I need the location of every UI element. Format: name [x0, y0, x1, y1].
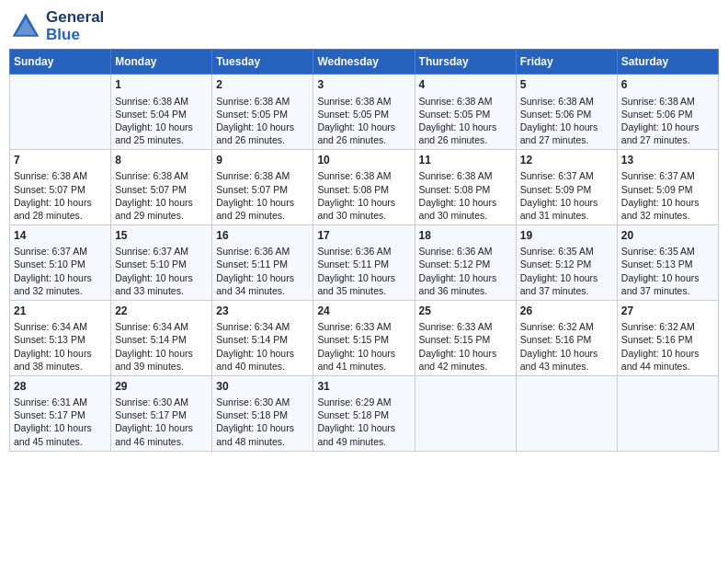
day-number: 28	[14, 379, 107, 394]
day-number: 6	[621, 77, 714, 92]
calendar-cell: 28Sunrise: 6:31 AM Sunset: 5:17 PM Dayli…	[10, 375, 111, 451]
day-info: Sunrise: 6:33 AM Sunset: 5:15 PM Dayligh…	[419, 320, 512, 373]
day-number: 11	[419, 153, 512, 167]
day-info: Sunrise: 6:34 AM Sunset: 5:14 PM Dayligh…	[115, 320, 208, 373]
day-number: 25	[419, 304, 512, 318]
day-number: 9	[216, 153, 309, 167]
calendar-cell: 2Sunrise: 6:38 AM Sunset: 5:05 PM Daylig…	[212, 75, 313, 150]
calendar-cell: 6Sunrise: 6:38 AM Sunset: 5:06 PM Daylig…	[617, 75, 718, 150]
day-number: 10	[317, 153, 410, 167]
logo-text: General Blue	[46, 9, 104, 43]
week-row-4: 21Sunrise: 6:34 AM Sunset: 5:13 PM Dayli…	[10, 301, 719, 376]
calendar-cell: 12Sunrise: 6:37 AM Sunset: 5:09 PM Dayli…	[516, 150, 617, 225]
day-info: Sunrise: 6:35 AM Sunset: 5:12 PM Dayligh…	[520, 245, 613, 297]
day-info: Sunrise: 6:31 AM Sunset: 5:17 PM Dayligh…	[14, 396, 107, 448]
day-number: 27	[621, 304, 714, 318]
calendar-cell: 16Sunrise: 6:36 AM Sunset: 5:11 PM Dayli…	[212, 225, 313, 301]
logo-icon	[9, 10, 42, 43]
day-info: Sunrise: 6:33 AM Sunset: 5:15 PM Dayligh…	[317, 320, 410, 373]
day-info: Sunrise: 6:36 AM Sunset: 5:12 PM Dayligh…	[419, 245, 512, 297]
day-number: 31	[317, 379, 410, 394]
calendar-cell: 3Sunrise: 6:38 AM Sunset: 5:05 PM Daylig…	[313, 75, 415, 150]
calendar-cell: 22Sunrise: 6:34 AM Sunset: 5:14 PM Dayli…	[111, 301, 212, 376]
day-number: 7	[14, 153, 107, 167]
calendar-cell: 27Sunrise: 6:32 AM Sunset: 5:16 PM Dayli…	[617, 301, 718, 376]
header-tuesday: Tuesday	[212, 50, 313, 75]
calendar-cell: 4Sunrise: 6:38 AM Sunset: 5:05 PM Daylig…	[415, 75, 516, 150]
day-info: Sunrise: 6:36 AM Sunset: 5:11 PM Dayligh…	[317, 245, 410, 297]
day-info: Sunrise: 6:38 AM Sunset: 5:08 PM Dayligh…	[419, 169, 512, 222]
calendar-cell: 14Sunrise: 6:37 AM Sunset: 5:10 PM Dayli…	[10, 225, 111, 301]
calendar-cell: 1Sunrise: 6:38 AM Sunset: 5:04 PM Daylig…	[111, 75, 212, 150]
day-number: 1	[115, 77, 208, 92]
day-info: Sunrise: 6:38 AM Sunset: 5:05 PM Dayligh…	[216, 95, 309, 147]
calendar-cell: 9Sunrise: 6:38 AM Sunset: 5:07 PM Daylig…	[212, 150, 313, 225]
day-number: 3	[317, 77, 410, 92]
calendar-cell	[415, 375, 516, 451]
day-info: Sunrise: 6:38 AM Sunset: 5:08 PM Dayligh…	[317, 169, 410, 222]
day-number: 21	[14, 304, 107, 318]
calendar-cell: 15Sunrise: 6:37 AM Sunset: 5:10 PM Dayli…	[111, 225, 212, 301]
day-info: Sunrise: 6:38 AM Sunset: 5:04 PM Dayligh…	[115, 95, 208, 147]
calendar-header-row: SundayMondayTuesdayWednesdayThursdayFrid…	[10, 50, 719, 75]
day-number: 14	[14, 228, 107, 243]
calendar-cell: 7Sunrise: 6:38 AM Sunset: 5:07 PM Daylig…	[10, 150, 111, 225]
day-number: 4	[419, 77, 512, 92]
calendar-cell: 25Sunrise: 6:33 AM Sunset: 5:15 PM Dayli…	[415, 301, 516, 376]
day-number: 18	[419, 228, 512, 243]
header-saturday: Saturday	[617, 50, 718, 75]
day-info: Sunrise: 6:30 AM Sunset: 5:18 PM Dayligh…	[216, 396, 309, 448]
calendar-cell: 26Sunrise: 6:32 AM Sunset: 5:16 PM Dayli…	[516, 301, 617, 376]
day-number: 15	[115, 228, 208, 243]
day-number: 13	[621, 153, 714, 167]
calendar-cell: 5Sunrise: 6:38 AM Sunset: 5:06 PM Daylig…	[516, 75, 617, 150]
day-info: Sunrise: 6:37 AM Sunset: 5:09 PM Dayligh…	[520, 169, 613, 222]
page-header: General Blue	[9, 9, 719, 43]
day-info: Sunrise: 6:38 AM Sunset: 5:07 PM Dayligh…	[14, 169, 107, 222]
day-info: Sunrise: 6:34 AM Sunset: 5:13 PM Dayligh…	[14, 320, 107, 373]
day-number: 17	[317, 228, 410, 243]
calendar-cell	[10, 75, 111, 150]
day-number: 8	[115, 153, 208, 167]
calendar-cell: 19Sunrise: 6:35 AM Sunset: 5:12 PM Dayli…	[516, 225, 617, 301]
calendar-cell: 18Sunrise: 6:36 AM Sunset: 5:12 PM Dayli…	[415, 225, 516, 301]
calendar-cell: 23Sunrise: 6:34 AM Sunset: 5:14 PM Dayli…	[212, 301, 313, 376]
day-info: Sunrise: 6:37 AM Sunset: 5:10 PM Dayligh…	[14, 245, 107, 297]
day-number: 2	[216, 77, 309, 92]
day-info: Sunrise: 6:38 AM Sunset: 5:07 PM Dayligh…	[115, 169, 208, 222]
day-number: 24	[317, 304, 410, 318]
day-info: Sunrise: 6:38 AM Sunset: 5:06 PM Dayligh…	[520, 95, 613, 147]
calendar-cell: 17Sunrise: 6:36 AM Sunset: 5:11 PM Dayli…	[313, 225, 415, 301]
day-number: 12	[520, 153, 613, 167]
week-row-2: 7Sunrise: 6:38 AM Sunset: 5:07 PM Daylig…	[10, 150, 719, 225]
day-info: Sunrise: 6:37 AM Sunset: 5:09 PM Dayligh…	[621, 169, 714, 222]
day-info: Sunrise: 6:37 AM Sunset: 5:10 PM Dayligh…	[115, 245, 208, 297]
day-info: Sunrise: 6:30 AM Sunset: 5:17 PM Dayligh…	[115, 396, 208, 448]
day-number: 26	[520, 304, 613, 318]
calendar-cell	[516, 375, 617, 451]
day-number: 5	[520, 77, 613, 92]
day-info: Sunrise: 6:36 AM Sunset: 5:11 PM Dayligh…	[216, 245, 309, 297]
week-row-3: 14Sunrise: 6:37 AM Sunset: 5:10 PM Dayli…	[10, 225, 719, 301]
header-wednesday: Wednesday	[313, 50, 415, 75]
header-monday: Monday	[111, 50, 212, 75]
calendar-cell: 8Sunrise: 6:38 AM Sunset: 5:07 PM Daylig…	[111, 150, 212, 225]
day-number: 20	[621, 228, 714, 243]
day-info: Sunrise: 6:38 AM Sunset: 5:05 PM Dayligh…	[317, 95, 410, 147]
calendar-cell: 10Sunrise: 6:38 AM Sunset: 5:08 PM Dayli…	[313, 150, 415, 225]
calendar-cell: 21Sunrise: 6:34 AM Sunset: 5:13 PM Dayli…	[10, 301, 111, 376]
calendar-cell: 20Sunrise: 6:35 AM Sunset: 5:13 PM Dayli…	[617, 225, 718, 301]
day-info: Sunrise: 6:38 AM Sunset: 5:07 PM Dayligh…	[216, 169, 309, 222]
day-number: 22	[115, 304, 208, 318]
day-number: 16	[216, 228, 309, 243]
calendar-cell: 24Sunrise: 6:33 AM Sunset: 5:15 PM Dayli…	[313, 301, 415, 376]
calendar-cell: 31Sunrise: 6:29 AM Sunset: 5:18 PM Dayli…	[313, 375, 415, 451]
day-info: Sunrise: 6:34 AM Sunset: 5:14 PM Dayligh…	[216, 320, 309, 373]
day-info: Sunrise: 6:38 AM Sunset: 5:05 PM Dayligh…	[419, 95, 512, 147]
day-number: 19	[520, 228, 613, 243]
calendar-table: SundayMondayTuesdayWednesdayThursdayFrid…	[9, 49, 719, 451]
calendar-cell: 29Sunrise: 6:30 AM Sunset: 5:17 PM Dayli…	[111, 375, 212, 451]
day-info: Sunrise: 6:32 AM Sunset: 5:16 PM Dayligh…	[621, 320, 714, 373]
logo: General Blue	[9, 9, 104, 43]
header-friday: Friday	[516, 50, 617, 75]
